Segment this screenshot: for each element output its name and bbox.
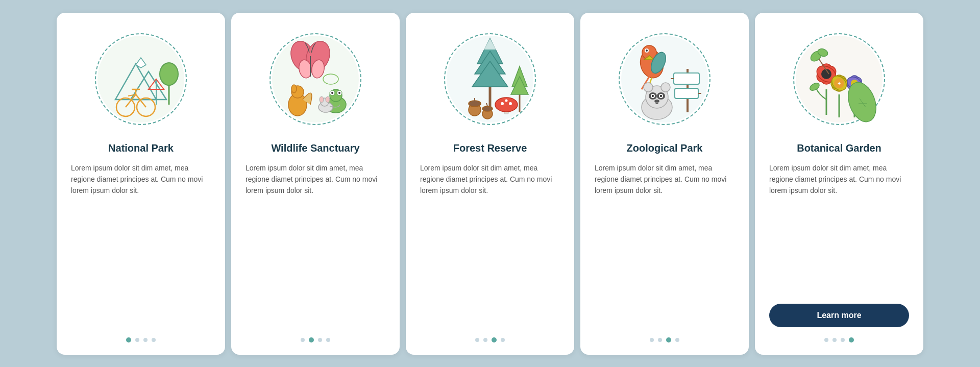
dot-1: [126, 337, 131, 342]
svg-text:✦: ✦: [837, 81, 841, 86]
card-body-botanical-garden: Lorem ipsum dolor sit dim amet, mea regi…: [769, 162, 909, 295]
dot-4: [326, 338, 330, 342]
dot-2: [658, 338, 662, 342]
svg-point-34: [326, 96, 330, 103]
card-zoological-park: Zoological Park Lorem ipsum dolor sit di…: [580, 13, 749, 355]
learn-more-button[interactable]: Learn more: [769, 304, 909, 327]
card-title-botanical-garden: Botanical Garden: [797, 142, 881, 154]
svg-point-33: [320, 96, 324, 103]
dot-3: [666, 337, 671, 342]
dots-wildlife-sanctuary: [301, 337, 330, 342]
dot-3: [143, 338, 148, 342]
svg-point-28: [331, 92, 333, 94]
card-body-wildlife-sanctuary: Lorem ipsum dolor sit dim amet, mea regi…: [246, 162, 385, 327]
svg-point-60: [646, 50, 648, 52]
card-botanical-garden: ✦ Botanical Garden Lorem ipsum dolor sit…: [755, 13, 923, 355]
card-title-wildlife-sanctuary: Wildlife Sanctuary: [271, 142, 359, 154]
card-title-national-park: National Park: [108, 142, 174, 154]
dot-3: [318, 338, 322, 342]
card-title-forest-reserve: Forest Reserve: [453, 142, 527, 154]
svg-point-50: [505, 99, 508, 102]
svg-point-29: [338, 92, 340, 94]
dot-2: [309, 337, 314, 342]
cards-container: National Park Lorem ipsum dolor sit dim …: [46, 3, 934, 365]
svg-point-51: [509, 102, 512, 105]
svg-point-79: [654, 100, 659, 103]
card-body-forest-reserve: Lorem ipsum dolor sit dim amet, mea regi…: [420, 162, 560, 327]
svg-point-78: [660, 95, 662, 97]
card-national-park: National Park Lorem ipsum dolor sit dim …: [57, 13, 225, 355]
svg-point-42: [469, 101, 481, 107]
dots-forest-reserve: [475, 337, 505, 342]
dot-1: [824, 338, 828, 342]
dots-national-park: [126, 337, 156, 342]
dot-4: [849, 337, 854, 342]
svg-rect-65: [674, 73, 699, 84]
illustration-wildlife-sanctuary: [264, 28, 366, 130]
card-forest-reserve: Forest Reserve Lorem ipsum dolor sit dim…: [406, 13, 574, 355]
illustration-botanical-garden: ✦: [788, 28, 890, 130]
illustration-zoological-park: [614, 28, 716, 130]
dot-2: [483, 338, 487, 342]
svg-point-77: [652, 95, 654, 97]
svg-point-71: [644, 83, 653, 92]
card-body-zoological-park: Lorem ipsum dolor sit dim amet, mea regi…: [595, 162, 734, 327]
dots-botanical-garden: [824, 337, 854, 342]
dot-1: [650, 338, 654, 342]
dot-4: [152, 338, 156, 342]
dot-1: [475, 338, 479, 342]
illustration-national-park: [90, 28, 192, 130]
svg-point-5: [160, 63, 178, 85]
dot-4: [501, 338, 505, 342]
dot-3: [492, 337, 497, 342]
dot-2: [832, 338, 837, 342]
dot-2: [135, 338, 139, 342]
card-wildlife-sanctuary: Wildlife Sanctuary Lorem ipsum dolor sit…: [231, 13, 400, 355]
dots-zoological-park: [650, 337, 679, 342]
dot-1: [301, 338, 305, 342]
svg-point-45: [482, 106, 493, 111]
svg-point-23: [291, 85, 297, 93]
card-body-national-park: Lorem ipsum dolor sit dim amet, mea regi…: [71, 162, 211, 327]
svg-point-49: [501, 102, 504, 105]
svg-rect-66: [675, 88, 698, 99]
svg-point-72: [661, 83, 670, 92]
dot-4: [675, 338, 679, 342]
dot-3: [841, 338, 845, 342]
illustration-forest-reserve: [439, 28, 541, 130]
card-title-zoological-park: Zoological Park: [627, 142, 703, 154]
